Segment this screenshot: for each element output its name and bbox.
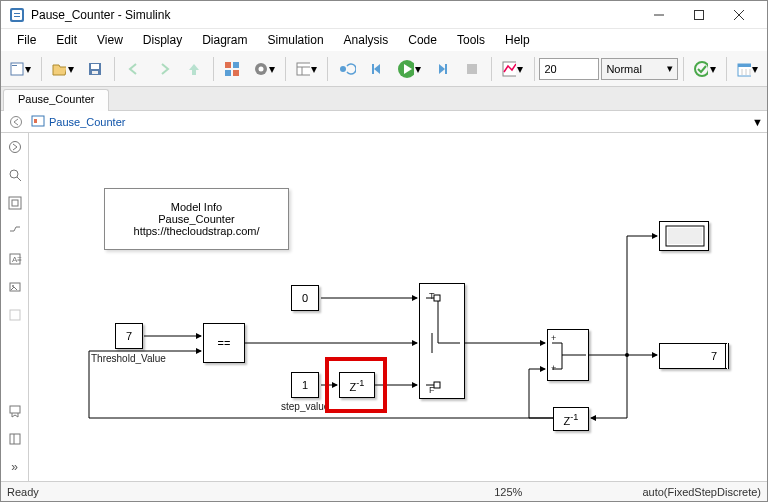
open-button[interactable]: ▾ <box>47 55 78 83</box>
svg-rect-74 <box>668 228 702 244</box>
annotation-icon[interactable]: A≡ <box>4 248 26 270</box>
block-relational-operator[interactable]: == <box>203 323 245 363</box>
menu-edit[interactable]: Edit <box>46 31 87 49</box>
titlebar: Pause_Counter - Simulink <box>1 1 767 29</box>
expand-icon[interactable]: » <box>4 456 26 478</box>
svg-rect-2 <box>14 13 20 14</box>
sum-port-plus1: + <box>551 333 556 343</box>
svg-rect-5 <box>695 10 704 19</box>
svg-rect-35 <box>32 116 44 126</box>
new-model-button[interactable]: ▾ <box>5 55 36 83</box>
data-inspector-button[interactable]: ▾ <box>497 55 528 83</box>
tab-label: Pause_Counter <box>18 93 94 105</box>
tabbar: Pause_Counter <box>1 87 767 111</box>
zoom-icon[interactable] <box>4 164 26 186</box>
build-button[interactable]: ▾ <box>689 55 720 83</box>
toolbar: ▾ ▾ ▾ ▾ ▾ ▾ Normal▾ ▾ ▾ <box>1 51 767 87</box>
forward-button[interactable] <box>150 55 178 83</box>
schedule-button[interactable]: ▾ <box>732 55 763 83</box>
display-value: 7 <box>711 350 717 362</box>
sample-time-icon[interactable] <box>4 220 26 242</box>
label-step: step_value <box>281 401 329 412</box>
chevron-down-icon: ▾ <box>66 62 74 76</box>
block-switch[interactable] <box>419 283 465 399</box>
image-icon[interactable] <box>4 276 26 298</box>
menu-file[interactable]: File <box>7 31 46 49</box>
menu-display[interactable]: Display <box>133 31 192 49</box>
workspace: A≡ » <box>1 133 767 481</box>
stop-time-input[interactable] <box>539 58 599 80</box>
app-window: Pause_Counter - Simulink File Edit View … <box>0 0 768 502</box>
fast-restart-button[interactable] <box>333 55 361 83</box>
svg-rect-30 <box>738 64 751 67</box>
block-scope[interactable] <box>659 221 709 251</box>
block-value: Z-1 <box>350 378 365 393</box>
block-constant-step[interactable]: 1 <box>291 372 319 398</box>
svg-rect-15 <box>225 70 231 76</box>
svg-rect-11 <box>91 64 99 69</box>
block-value: Z-1 <box>564 412 579 427</box>
maximize-button[interactable] <box>679 2 719 28</box>
svg-line-43 <box>14 227 16 231</box>
model-browser-icon[interactable] <box>4 428 26 450</box>
svg-rect-41 <box>12 200 18 206</box>
block-constant-threshold[interactable]: 7 <box>115 323 143 349</box>
up-button[interactable] <box>180 55 208 83</box>
svg-rect-1 <box>12 10 22 20</box>
menu-tools[interactable]: Tools <box>447 31 495 49</box>
svg-rect-23 <box>372 64 374 74</box>
svg-point-37 <box>9 142 20 153</box>
model-config-button[interactable]: ▾ <box>248 55 279 83</box>
status-zoom: 125% <box>494 486 522 498</box>
menu-code[interactable]: Code <box>398 31 447 49</box>
label-threshold: Threshold_Value <box>91 353 166 364</box>
menu-diagram[interactable]: Diagram <box>192 31 257 49</box>
viewmark-icon[interactable] <box>4 400 26 422</box>
svg-rect-49 <box>10 310 20 320</box>
simulation-mode-select[interactable]: Normal▾ <box>601 58 678 80</box>
svg-point-34 <box>11 116 22 127</box>
close-button[interactable] <box>719 2 759 28</box>
area-icon[interactable] <box>4 304 26 326</box>
hide-browser-button[interactable] <box>5 111 27 133</box>
model-info-annotation[interactable]: Model Info Pause_Counter https://theclou… <box>104 188 289 250</box>
step-forward-button[interactable] <box>428 55 456 83</box>
block-unit-delay-step[interactable]: Z-1 <box>339 372 375 398</box>
chevron-down-icon: ▾ <box>708 62 716 76</box>
diagram-canvas[interactable]: Model Info Pause_Counter https://theclou… <box>29 133 767 481</box>
run-button[interactable]: ▾ <box>393 55 426 83</box>
svg-rect-9 <box>12 65 17 66</box>
svg-rect-50 <box>10 406 20 413</box>
menu-view[interactable]: View <box>87 31 133 49</box>
menu-analysis[interactable]: Analysis <box>334 31 399 49</box>
back-button[interactable] <box>120 55 148 83</box>
svg-line-39 <box>17 177 21 181</box>
save-button[interactable] <box>81 55 109 83</box>
menu-help[interactable]: Help <box>495 31 540 49</box>
svg-point-22 <box>340 66 346 72</box>
block-unit-delay-feedback[interactable]: Z-1 <box>553 407 589 431</box>
left-palette: A≡ » <box>1 133 29 481</box>
chevron-down-icon: ▾ <box>751 62 759 76</box>
navigate-icon[interactable] <box>4 136 26 158</box>
stop-button[interactable] <box>458 55 486 83</box>
model-tab[interactable]: Pause_Counter <box>3 89 109 111</box>
svg-rect-27 <box>503 62 516 76</box>
svg-point-28 <box>695 62 708 76</box>
svg-rect-25 <box>445 64 447 74</box>
breadcrumb-dropdown[interactable]: ▼ <box>752 116 763 128</box>
block-display[interactable]: 7 <box>659 343 729 369</box>
minimize-button[interactable] <box>639 2 679 28</box>
svg-rect-13 <box>225 62 231 68</box>
library-browser-button[interactable] <box>218 55 246 83</box>
chevron-down-icon: ▾ <box>516 62 524 76</box>
breadcrumb-root[interactable]: Pause_Counter <box>49 116 125 128</box>
model-explorer-button[interactable]: ▾ <box>291 55 322 83</box>
menu-simulation[interactable]: Simulation <box>258 31 334 49</box>
block-constant-zero[interactable]: 0 <box>291 285 319 311</box>
fit-icon[interactable] <box>4 192 26 214</box>
window-title: Pause_Counter - Simulink <box>31 8 170 22</box>
svg-rect-40 <box>9 197 21 209</box>
model-icon <box>31 114 45 130</box>
step-back-button[interactable] <box>363 55 391 83</box>
